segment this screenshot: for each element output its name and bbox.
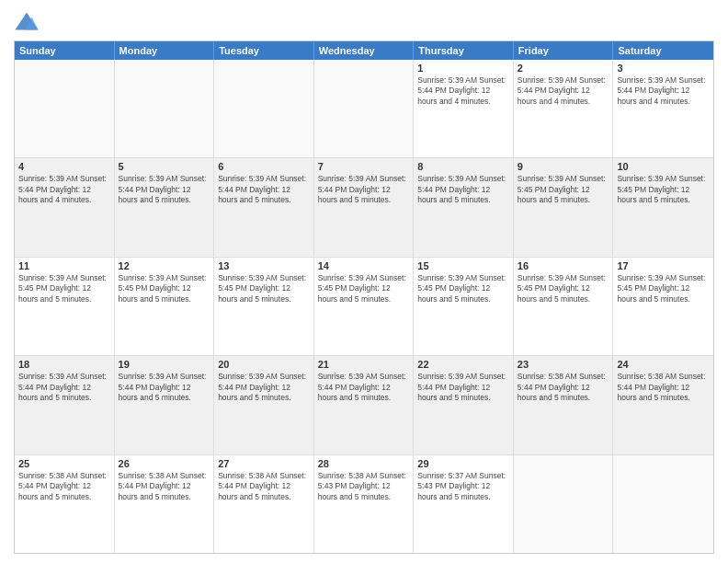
- day-number: 1: [417, 63, 509, 74]
- day-info: Sunrise: 5:39 AM Sunset: 5:45 PM Dayligh…: [417, 273, 509, 304]
- day-info: Sunrise: 5:39 AM Sunset: 5:45 PM Dayligh…: [518, 273, 609, 304]
- calendar-cell: 17Sunrise: 5:39 AM Sunset: 5:45 PM Dayli…: [613, 258, 713, 355]
- day-number: 26: [119, 458, 210, 469]
- day-info: Sunrise: 5:39 AM Sunset: 5:44 PM Dayligh…: [417, 372, 509, 403]
- day-info: Sunrise: 5:39 AM Sunset: 5:45 PM Dayligh…: [318, 273, 410, 304]
- day-number: 2: [518, 63, 609, 74]
- calendar-cell: 27Sunrise: 5:38 AM Sunset: 5:44 PM Dayli…: [214, 455, 314, 553]
- weekday-header: Wednesday: [314, 41, 415, 60]
- calendar-row: 18Sunrise: 5:39 AM Sunset: 5:44 PM Dayli…: [15, 356, 713, 454]
- calendar-cell: 24Sunrise: 5:38 AM Sunset: 5:44 PM Dayli…: [613, 356, 713, 454]
- day-info: Sunrise: 5:39 AM Sunset: 5:45 PM Dayligh…: [617, 174, 710, 205]
- day-info: Sunrise: 5:39 AM Sunset: 5:44 PM Dayligh…: [18, 372, 110, 403]
- day-number: 10: [617, 161, 710, 172]
- day-info: Sunrise: 5:39 AM Sunset: 5:44 PM Dayligh…: [119, 372, 210, 403]
- weekday-header: Monday: [115, 41, 215, 60]
- calendar-cell: 5Sunrise: 5:39 AM Sunset: 5:44 PM Daylig…: [115, 158, 215, 256]
- calendar-cell: 28Sunrise: 5:38 AM Sunset: 5:43 PM Dayli…: [314, 455, 415, 553]
- day-number: 14: [318, 260, 410, 271]
- calendar-cell: 4Sunrise: 5:39 AM Sunset: 5:44 PM Daylig…: [15, 158, 115, 256]
- day-number: 7: [318, 161, 410, 172]
- calendar-cell: 29Sunrise: 5:37 AM Sunset: 5:43 PM Dayli…: [414, 455, 514, 553]
- calendar-cell: 20Sunrise: 5:39 AM Sunset: 5:44 PM Dayli…: [214, 356, 314, 454]
- day-number: 8: [417, 161, 509, 172]
- day-info: Sunrise: 5:39 AM Sunset: 5:45 PM Dayligh…: [617, 273, 710, 304]
- day-info: Sunrise: 5:39 AM Sunset: 5:44 PM Dayligh…: [218, 174, 310, 205]
- day-info: Sunrise: 5:39 AM Sunset: 5:44 PM Dayligh…: [617, 75, 710, 107]
- day-info: Sunrise: 5:38 AM Sunset: 5:44 PM Dayligh…: [518, 372, 609, 403]
- logo: [14, 9, 43, 35]
- day-number: 19: [119, 359, 210, 370]
- day-info: Sunrise: 5:39 AM Sunset: 5:44 PM Dayligh…: [417, 174, 509, 205]
- calendar-cell: 18Sunrise: 5:39 AM Sunset: 5:44 PM Dayli…: [15, 356, 115, 454]
- weekday-header: Saturday: [613, 41, 713, 60]
- day-number: 28: [318, 458, 410, 469]
- day-info: Sunrise: 5:39 AM Sunset: 5:45 PM Dayligh…: [18, 273, 110, 304]
- day-info: Sunrise: 5:39 AM Sunset: 5:44 PM Dayligh…: [119, 174, 210, 205]
- day-info: Sunrise: 5:39 AM Sunset: 5:45 PM Dayligh…: [518, 174, 609, 205]
- day-info: Sunrise: 5:39 AM Sunset: 5:45 PM Dayligh…: [218, 273, 310, 304]
- calendar-row: 25Sunrise: 5:38 AM Sunset: 5:44 PM Dayli…: [15, 455, 713, 553]
- weekday-header: Thursday: [414, 41, 514, 60]
- day-number: 4: [18, 161, 110, 172]
- calendar-cell: [214, 60, 314, 157]
- calendar-row: 4Sunrise: 5:39 AM Sunset: 5:44 PM Daylig…: [15, 158, 713, 257]
- calendar-cell: 14Sunrise: 5:39 AM Sunset: 5:45 PM Dayli…: [314, 258, 415, 355]
- calendar-cell: 8Sunrise: 5:39 AM Sunset: 5:44 PM Daylig…: [414, 158, 514, 256]
- day-info: Sunrise: 5:38 AM Sunset: 5:44 PM Dayligh…: [617, 372, 710, 403]
- calendar-cell: [613, 455, 713, 553]
- day-number: 11: [18, 260, 110, 271]
- calendar-body: 1Sunrise: 5:39 AM Sunset: 5:44 PM Daylig…: [15, 60, 713, 553]
- day-number: 18: [18, 359, 110, 370]
- day-number: 9: [518, 161, 609, 172]
- day-info: Sunrise: 5:38 AM Sunset: 5:44 PM Dayligh…: [18, 471, 110, 502]
- day-info: Sunrise: 5:39 AM Sunset: 5:44 PM Dayligh…: [318, 174, 410, 205]
- logo-icon: [14, 9, 40, 35]
- calendar-cell: 9Sunrise: 5:39 AM Sunset: 5:45 PM Daylig…: [514, 158, 614, 256]
- day-number: 20: [218, 359, 310, 370]
- calendar-cell: 15Sunrise: 5:39 AM Sunset: 5:45 PM Dayli…: [414, 258, 514, 355]
- day-number: 12: [119, 260, 210, 271]
- day-number: 29: [417, 458, 509, 469]
- calendar-cell: 2Sunrise: 5:39 AM Sunset: 5:44 PM Daylig…: [514, 60, 614, 157]
- calendar-cell: [314, 60, 415, 157]
- day-number: 16: [518, 260, 609, 271]
- calendar-cell: 1Sunrise: 5:39 AM Sunset: 5:44 PM Daylig…: [414, 60, 514, 157]
- day-number: 13: [218, 260, 310, 271]
- day-info: Sunrise: 5:38 AM Sunset: 5:44 PM Dayligh…: [218, 471, 310, 502]
- calendar-cell: [514, 455, 614, 553]
- day-info: Sunrise: 5:39 AM Sunset: 5:45 PM Dayligh…: [119, 273, 210, 304]
- day-info: Sunrise: 5:38 AM Sunset: 5:43 PM Dayligh…: [318, 471, 410, 502]
- weekday-header: Tuesday: [214, 41, 314, 60]
- calendar-cell: 12Sunrise: 5:39 AM Sunset: 5:45 PM Dayli…: [115, 258, 215, 355]
- calendar-cell: 7Sunrise: 5:39 AM Sunset: 5:44 PM Daylig…: [314, 158, 415, 256]
- calendar-cell: 6Sunrise: 5:39 AM Sunset: 5:44 PM Daylig…: [214, 158, 314, 256]
- calendar: SundayMondayTuesdayWednesdayThursdayFrid…: [14, 40, 714, 554]
- day-number: 22: [417, 359, 509, 370]
- day-number: 17: [617, 260, 710, 271]
- calendar-cell: 11Sunrise: 5:39 AM Sunset: 5:45 PM Dayli…: [15, 258, 115, 355]
- day-number: 25: [18, 458, 110, 469]
- calendar-cell: [15, 60, 115, 157]
- calendar-cell: 26Sunrise: 5:38 AM Sunset: 5:44 PM Dayli…: [115, 455, 215, 553]
- weekday-header: Sunday: [15, 41, 115, 60]
- day-number: 5: [119, 161, 210, 172]
- day-number: 3: [617, 63, 710, 74]
- calendar-row: 1Sunrise: 5:39 AM Sunset: 5:44 PM Daylig…: [15, 60, 713, 158]
- day-number: 6: [218, 161, 310, 172]
- calendar-cell: 13Sunrise: 5:39 AM Sunset: 5:45 PM Dayli…: [214, 258, 314, 355]
- calendar-cell: 23Sunrise: 5:38 AM Sunset: 5:44 PM Dayli…: [514, 356, 614, 454]
- day-number: 24: [617, 359, 710, 370]
- day-number: 27: [218, 458, 310, 469]
- calendar-cell: [115, 60, 215, 157]
- day-number: 15: [417, 260, 509, 271]
- day-info: Sunrise: 5:39 AM Sunset: 5:44 PM Dayligh…: [318, 372, 410, 403]
- day-info: Sunrise: 5:39 AM Sunset: 5:44 PM Dayligh…: [18, 174, 110, 205]
- page: SundayMondayTuesdayWednesdayThursdayFrid…: [0, 0, 728, 563]
- calendar-cell: 19Sunrise: 5:39 AM Sunset: 5:44 PM Dayli…: [115, 356, 215, 454]
- calendar-row: 11Sunrise: 5:39 AM Sunset: 5:45 PM Dayli…: [15, 258, 713, 356]
- day-info: Sunrise: 5:39 AM Sunset: 5:44 PM Dayligh…: [518, 75, 609, 107]
- day-info: Sunrise: 5:39 AM Sunset: 5:44 PM Dayligh…: [417, 75, 509, 107]
- day-info: Sunrise: 5:39 AM Sunset: 5:44 PM Dayligh…: [218, 372, 310, 403]
- day-info: Sunrise: 5:37 AM Sunset: 5:43 PM Dayligh…: [417, 471, 509, 502]
